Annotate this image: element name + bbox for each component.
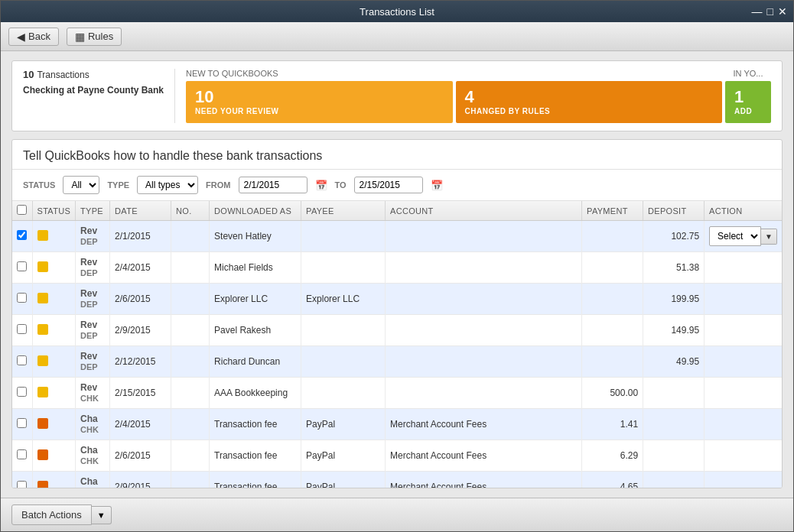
table-row: Rev DEP2/6/2015Explorer LLCExplorer LLC1… xyxy=(12,284,782,315)
add-stat[interactable]: 1 ADD xyxy=(725,81,771,123)
row-date: 2/1/2015 xyxy=(110,221,171,252)
back-button[interactable]: ◀ Back xyxy=(8,28,59,46)
th-payee: PAYEE xyxy=(301,201,386,221)
row-checkbox[interactable] xyxy=(17,293,27,303)
table-row: Cha CHK2/4/2015Transaction feePayPalMerc… xyxy=(12,409,782,440)
row-status xyxy=(32,284,76,315)
action-select-arrow[interactable]: ▼ xyxy=(761,229,777,245)
row-account xyxy=(386,252,582,284)
row-account xyxy=(386,284,582,315)
row-checkbox[interactable] xyxy=(17,261,27,271)
select-all-checkbox[interactable] xyxy=(17,205,27,215)
row-payment: 1.41 xyxy=(582,409,643,440)
row-action xyxy=(705,472,782,488)
rules-count: 4 xyxy=(465,89,713,105)
row-downloaded: Pavel Rakesh xyxy=(210,315,301,346)
to-date-input[interactable] xyxy=(354,177,423,193)
rules-stat[interactable]: 4 CHANGED BY RULES xyxy=(456,81,722,123)
review-stat[interactable]: 10 NEED YOUR REVIEW xyxy=(186,81,452,123)
action-select-wrap: Select Add Match ▼ xyxy=(709,226,777,246)
row-account xyxy=(386,221,582,252)
row-deposit xyxy=(643,440,705,472)
row-downloaded: Transaction fee xyxy=(210,440,301,472)
back-label: Back xyxy=(28,31,50,42)
review-count: 10 xyxy=(195,89,443,105)
stats-row: 10 NEED YOUR REVIEW 4 CHANGED BY RULES 1… xyxy=(186,81,771,123)
row-checkbox[interactable] xyxy=(17,481,27,488)
maximize-button[interactable]: □ xyxy=(767,5,773,18)
row-subtype-label: DEP xyxy=(80,362,98,371)
row-checkbox[interactable] xyxy=(17,418,27,428)
status-badge xyxy=(37,355,48,366)
title-bar: Transactions List — □ ✕ xyxy=(1,1,793,22)
batch-actions-arrow-button[interactable]: ▼ xyxy=(92,506,112,524)
th-no: NO. xyxy=(171,201,210,221)
row-date: 2/4/2015 xyxy=(110,409,171,440)
row-checkbox[interactable] xyxy=(17,355,27,365)
row-payment xyxy=(582,284,643,315)
status-badge xyxy=(37,293,48,303)
status-badge xyxy=(37,230,48,241)
row-deposit xyxy=(643,378,705,409)
filter-bar: STATUS All TYPE All types FROM 📅 TO 📅 xyxy=(12,170,782,201)
row-downloaded: Transaction fee xyxy=(210,409,301,440)
row-type-label: Rev xyxy=(80,257,97,268)
row-payment xyxy=(582,315,643,346)
rules-button[interactable]: ▦ Rules xyxy=(67,28,122,46)
table-row: Rev CHK2/15/2015AAA Bookkeeping500.00 xyxy=(12,378,782,409)
to-calendar-icon[interactable]: 📅 xyxy=(431,180,443,191)
row-account: Merchant Account Fees xyxy=(386,472,582,488)
row-date: 2/6/2015 xyxy=(110,284,171,315)
row-subtype-label: DEP xyxy=(80,300,98,309)
batch-actions-main-button[interactable]: Batch Actions xyxy=(11,504,92,525)
review-label: NEED YOUR REVIEW xyxy=(195,107,443,115)
row-action xyxy=(705,346,782,378)
row-subtype-label: CHK xyxy=(80,394,99,403)
row-deposit: 149.95 xyxy=(643,315,705,346)
row-subtype-label: DEP xyxy=(80,237,98,246)
row-checkbox-cell xyxy=(12,252,32,284)
row-type: Rev DEP xyxy=(76,221,110,252)
row-payment xyxy=(582,252,643,284)
close-button[interactable]: ✕ xyxy=(778,5,787,18)
summary-left: 10 Transactions Checking at Payne County… xyxy=(23,69,175,123)
transactions-table: STATUS TYPE DATE NO. DOWNLOADED AS PAYEE… xyxy=(12,201,782,488)
toolbar: ◀ Back ▦ Rules xyxy=(1,22,793,51)
row-no xyxy=(171,315,210,346)
batch-actions-btn: Batch Actions ▼ xyxy=(11,504,112,525)
row-type-label: Rev xyxy=(80,288,97,299)
window-title: Transactions List xyxy=(360,6,434,18)
status-filter[interactable]: All xyxy=(63,176,99,194)
row-downloaded: Richard Duncan xyxy=(210,346,301,378)
row-checkbox[interactable] xyxy=(17,387,27,397)
row-no xyxy=(171,346,210,378)
row-type: Rev CHK xyxy=(76,378,110,409)
row-payment xyxy=(582,221,643,252)
from-calendar-icon[interactable]: 📅 xyxy=(315,180,327,191)
row-account xyxy=(386,346,582,378)
row-date: 2/6/2015 xyxy=(110,440,171,472)
action-select[interactable]: Select Add Match xyxy=(709,226,761,246)
th-select-all[interactable] xyxy=(12,201,32,221)
row-account xyxy=(386,315,582,346)
rules-icon: ▦ xyxy=(75,31,85,43)
row-checkbox[interactable] xyxy=(17,449,27,459)
row-type-label: Rev xyxy=(80,351,97,362)
transactions-label: Transactions xyxy=(37,70,89,80)
type-filter[interactable]: All types xyxy=(137,176,198,194)
row-account: Merchant Account Fees xyxy=(386,409,582,440)
row-account xyxy=(386,378,582,409)
table-row: Cha CHK2/9/2015Transaction feePayPalMerc… xyxy=(12,472,782,488)
rules-label: Rules xyxy=(88,31,113,42)
row-status xyxy=(32,472,76,488)
row-status xyxy=(32,378,76,409)
row-payee: PayPal xyxy=(301,472,386,488)
row-checkbox[interactable] xyxy=(17,324,27,334)
row-deposit: 199.95 xyxy=(643,284,705,315)
row-no xyxy=(171,472,210,488)
minimize-button[interactable]: — xyxy=(752,5,763,18)
row-checkbox[interactable] xyxy=(17,230,27,240)
table-row: Rev DEP2/12/2015Richard Duncan49.95 xyxy=(12,346,782,378)
row-downloaded: AAA Bookkeeping xyxy=(210,378,301,409)
from-date-input[interactable] xyxy=(239,177,308,193)
